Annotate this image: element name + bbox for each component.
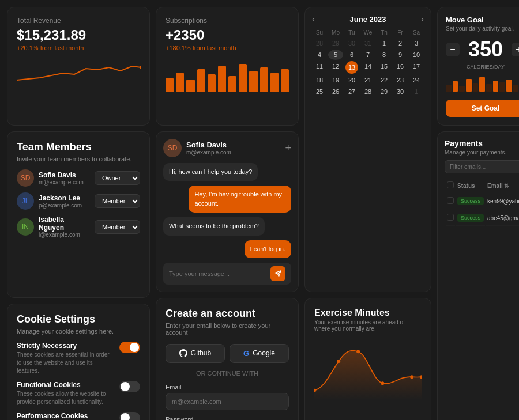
cookie-item: Performance Cookies These cookies help t… [17,412,140,420]
row-checkbox[interactable] [447,197,454,204]
revenue-sparkline [17,57,140,88]
cal-day[interactable]: 8 [377,50,392,60]
create-account-subtitle: Enter your email below to create your ac… [166,322,289,336]
cal-day[interactable]: 20 [344,75,359,85]
cal-day[interactable]: 11 [312,61,327,74]
cal-day[interactable]: 7 [360,50,375,60]
member-role-select[interactable]: OwnerMember [95,171,140,185]
cal-day[interactable]: 16 [393,61,408,74]
subscriptions-amount: +2350 [166,27,289,43]
svg-point-5 [356,350,360,353]
cal-day[interactable]: 30 [344,38,359,48]
cal-day[interactable]: 27 [344,86,359,97]
move-goal-card: Move Goal Set your daily activity goal. … [437,7,519,126]
cookie-toggle-strictly-necessary[interactable] [119,342,140,353]
cookie-toggle-functional[interactable] [119,381,140,392]
email-cell: ken99@yahoo.com [486,194,519,209]
cal-day-selected[interactable]: 5 [328,50,343,60]
exercise-chart [314,336,422,406]
cal-day[interactable]: 18 [312,75,327,85]
cal-header-tu: Tu [344,28,359,37]
calendar-next-button[interactable]: › [421,14,424,24]
row-checkbox[interactable] [447,214,454,221]
cal-day[interactable]: 14 [360,61,375,74]
exercise-subtitle: Your exercise minutes are ahead of where… [314,319,422,332]
cal-day[interactable]: 22 [377,75,392,85]
exercise-card: Exercise Minutes Your exercise minutes a… [304,298,431,420]
cal-day[interactable]: 25 [312,86,327,97]
svg-point-0 [140,66,141,69]
cal-day[interactable]: 15 [377,61,392,74]
cal-day[interactable]: 26 [328,86,343,97]
cal-day[interactable]: 1 [377,38,392,48]
cal-day[interactable]: 31 [360,38,375,48]
member-info: Sofia Davis m@example.com [39,171,90,186]
or-divider: OR CONTINUE WITH [166,370,289,377]
cookie-item-desc: These cookies allow the website to provi… [17,390,115,406]
member-row: JL Jackson Lee p@example.com MemberOwner [17,192,140,210]
filter-row: Columns ▾ [445,160,519,173]
cal-header-mo: Mo [328,28,343,37]
email-header: Email ⇅ [486,179,519,192]
cal-day[interactable]: 28 [360,86,375,97]
cal-day[interactable]: 17 [409,61,424,74]
svg-point-6 [381,381,384,385]
google-icon: G [243,349,249,358]
cookie-item-header: Functional Cookies These cookies allow t… [17,381,140,406]
message: Hi, how can I help you today? [163,163,258,181]
email-cell: abe45@gmail.com [486,210,519,226]
message-input[interactable] [169,270,267,277]
cookie-item-title: Strictly Necessary [17,342,115,350]
cookie-item-header: Performance Cookies These cookies help t… [17,412,140,420]
subscriptions-change: +180.1% from last month [166,44,289,51]
chat-avatar: SD [163,139,182,157]
member-role-select[interactable]: MemberOwner [95,220,140,234]
email-input[interactable] [166,393,289,410]
move-goal-subtitle: Set your daily activity goal. [446,25,519,32]
chat-card: SD Sofia Davis m@example.com + Hi, how c… [156,131,299,292]
calorie-minus-button[interactable]: − [446,43,460,56]
member-email: i@example.com [39,232,90,238]
cal-day[interactable]: 2 [393,38,408,48]
chat-add-button[interactable]: + [285,142,291,154]
revenue-label: Total Revenue [17,17,140,25]
calorie-plus-button[interactable]: + [512,43,519,56]
cal-day[interactable]: 28 [312,38,327,48]
github-button[interactable]: Github [166,344,225,363]
calendar-title: June 2023 [350,15,386,24]
cal-day[interactable]: 12 [328,61,343,74]
github-label: Github [191,349,211,357]
cal-day[interactable]: 29 [328,38,343,48]
email-label: Email [166,384,289,391]
google-button[interactable]: G Google [230,344,289,363]
svg-point-7 [410,375,413,379]
cookie-toggle-performance[interactable] [119,412,140,420]
select-all-checkbox[interactable] [447,181,454,188]
cal-header-we: We [360,28,375,37]
cookie-item-title: Functional Cookies [17,381,115,389]
cal-day[interactable]: 19 [328,75,343,85]
cal-day[interactable]: 29 [377,86,392,97]
cookie-item-title: Performance Cookies [17,412,115,420]
cal-day[interactable]: 10 [409,50,424,60]
cal-day[interactable]: 1 [409,86,424,97]
cal-day[interactable]: 24 [409,75,424,85]
calendar-prev-button[interactable]: ‹ [312,14,315,24]
revenue-amount: $15,231.89 [17,27,140,43]
cal-day[interactable]: 23 [393,75,408,85]
cal-day[interactable]: 3 [409,38,424,48]
send-message-button[interactable] [270,266,285,281]
subscriptions-card: Subscriptions +2350 +180.1% from last mo… [156,7,299,126]
cal-day[interactable]: 9 [393,50,408,60]
revenue-change: +20.1% from last month [17,44,140,51]
filter-emails-input[interactable] [445,160,519,173]
chat-email: m@example.com [186,149,231,156]
cal-day[interactable]: 30 [393,86,408,97]
message: What seems to be the problem? [163,217,265,235]
cal-day[interactable]: 4 [312,50,327,60]
set-goal-button[interactable]: Set Goal [446,100,519,117]
cal-day[interactable]: 6 [344,50,359,60]
member-role-select[interactable]: MemberOwner [95,194,140,208]
cal-day-today[interactable]: 13 [345,61,358,74]
cal-day[interactable]: 21 [360,75,375,85]
